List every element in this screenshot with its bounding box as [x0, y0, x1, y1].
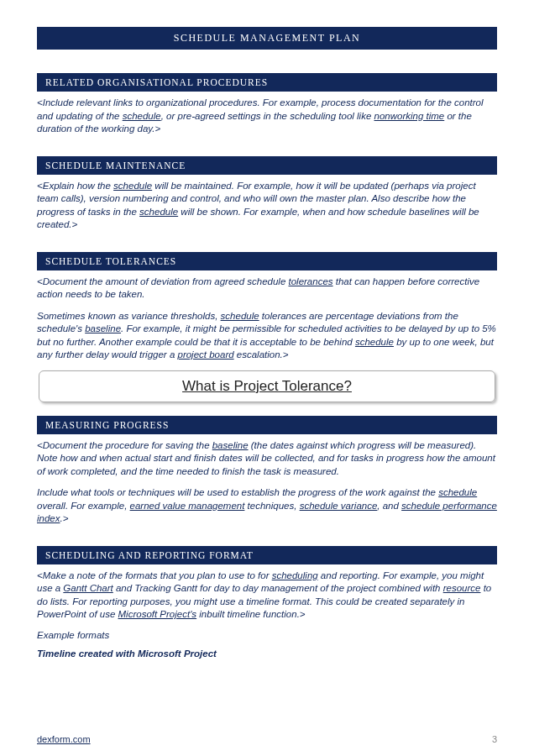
link-schedule[interactable]: schedule — [355, 337, 394, 347]
link-baseline[interactable]: baseline — [85, 323, 121, 333]
link-gantt-chart[interactable]: Gantt Chart — [63, 583, 113, 593]
text: techniques, — [244, 501, 299, 511]
link-scheduling[interactable]: scheduling — [272, 570, 318, 580]
reporting-text: <Make a note of the formats that you pla… — [37, 570, 497, 622]
link-microsoft-project[interactable]: Microsoft Project's — [118, 609, 197, 619]
section-heading-maintenance: SCHEDULE MAINTENANCE — [37, 156, 497, 175]
link-nonworking-time[interactable]: nonworking time — [374, 111, 445, 121]
callout-project-tolerance[interactable]: What is Project Tolerance? — [39, 370, 495, 402]
link-baseline[interactable]: baseline — [212, 440, 249, 450]
text: <Document the procedure for saving the — [37, 440, 212, 450]
link-tolerances[interactable]: tolerances — [289, 276, 333, 286]
section-heading-reporting: SCHEDULING AND REPORTING FORMAT — [37, 546, 497, 564]
link-schedule[interactable]: schedule — [123, 111, 161, 121]
link-schedule-variance[interactable]: schedule variance — [300, 501, 378, 511]
timeline-label: Timeline created with Microsoft Project — [37, 648, 497, 659]
link-schedule[interactable]: schedule — [113, 181, 152, 191]
footer: dexform.com 3 — [37, 734, 497, 744]
link-schedule[interactable]: schedule — [221, 311, 259, 321]
text: .> — [60, 513, 69, 523]
text: Sometimes known as variance thresholds, — [37, 311, 221, 321]
link-schedule[interactable]: schedule — [139, 207, 178, 217]
text: <Document the amount of deviation from a… — [37, 276, 289, 286]
link-schedule[interactable]: schedule — [438, 487, 477, 497]
footer-site[interactable]: dexform.com — [37, 734, 91, 744]
tolerances-text-1: <Document the amount of deviation from a… — [37, 276, 497, 302]
page-number: 3 — [492, 734, 497, 744]
section-heading-related-procedures: RELATED ORGANISATIONAL PROCEDURES — [37, 73, 497, 92]
text: , or pre-agreed settings in the scheduli… — [161, 111, 374, 121]
link-project-board[interactable]: project board — [177, 349, 233, 360]
document-title-band: SCHEDULE MANAGEMENT PLAN — [37, 27, 497, 50]
example-formats-label: Example formats — [37, 630, 497, 640]
text: and Tracking Gantt for day to day manage… — [113, 583, 443, 593]
measuring-text-1: <Document the procedure for saving the b… — [37, 439, 497, 479]
link-earned-value-management[interactable]: earned value management — [130, 501, 245, 511]
text: overall. For example, — [37, 501, 130, 511]
text: , and — [377, 501, 401, 511]
section-heading-measuring: MEASURING PROGRESS — [37, 416, 497, 434]
related-procedures-text: <Include relevant links to organizationa… — [37, 97, 497, 136]
text: Include what tools or techniques will be… — [37, 487, 438, 497]
text: escalation.> — [234, 349, 289, 360]
maintenance-text: <Explain how the schedule will be mainta… — [37, 180, 497, 232]
link-resource[interactable]: resource — [443, 583, 481, 593]
measuring-text-2: Include what tools or techniques will be… — [37, 486, 497, 526]
text: inbuilt timeline function.> — [196, 609, 305, 619]
section-heading-tolerances: SCHEDULE TOLERANCES — [37, 252, 497, 270]
text: <Explain how the — [37, 181, 113, 191]
text: <Make a note of the formats that you pla… — [37, 570, 272, 580]
tolerances-text-2: Sometimes known as variance thresholds, … — [37, 310, 497, 362]
